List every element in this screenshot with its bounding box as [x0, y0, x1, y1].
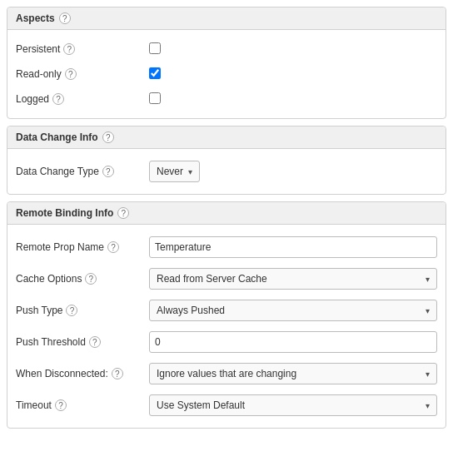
- timeout-help-icon[interactable]: ?: [55, 399, 67, 411]
- remote-binding-info-section: Remote Binding Info ? Remote Prop Name ?…: [7, 201, 446, 429]
- readonly-checkbox[interactable]: [149, 67, 161, 79]
- push-threshold-row: Push Threshold ?: [16, 326, 437, 358]
- aspects-body: Persistent ? Read-only ? Logged ?: [7, 30, 446, 118]
- timeout-row: Timeout ? Use System Default ▾: [16, 389, 437, 421]
- push-type-help-icon[interactable]: ?: [66, 305, 77, 316]
- data-change-type-label: Data Change Type ?: [16, 166, 149, 177]
- push-type-control: Always Pushed ▾: [149, 300, 437, 321]
- timeout-select-wrapper: Use System Default ▾: [149, 394, 437, 416]
- push-type-dropdown[interactable]: Always Pushed ▾: [149, 300, 437, 321]
- push-threshold-input[interactable]: [149, 331, 437, 353]
- persistent-control: [149, 42, 437, 57]
- remote-binding-info-header: Remote Binding Info ?: [7, 202, 446, 225]
- push-type-label: Push Type ?: [16, 305, 149, 316]
- logged-checkbox[interactable]: [149, 92, 161, 104]
- remote-prop-name-control: [149, 236, 437, 258]
- data-change-type-dropdown[interactable]: Never ▾: [149, 161, 200, 182]
- push-type-arrow-icon: ▾: [426, 306, 430, 315]
- remote-prop-name-row: Remote Prop Name ?: [16, 231, 437, 263]
- aspects-title: Aspects: [16, 12, 55, 24]
- timeout-dropdown[interactable]: Use System Default ▾: [149, 394, 437, 416]
- data-change-info-body: Data Change Type ? Never ▾: [7, 149, 446, 194]
- remote-prop-name-help-icon[interactable]: ?: [107, 241, 119, 253]
- remote-binding-info-title: Remote Binding Info: [16, 207, 113, 219]
- logged-help-icon[interactable]: ?: [52, 93, 64, 105]
- readonly-row: Read-only ?: [16, 62, 437, 87]
- cache-options-row: Cache Options ? Read from Server Cache ▾: [16, 263, 437, 295]
- aspects-help-icon[interactable]: ?: [59, 12, 71, 24]
- cache-options-help-icon[interactable]: ?: [85, 273, 97, 285]
- readonly-label: Read-only ?: [16, 68, 149, 80]
- data-change-type-control: Never ▾: [149, 161, 437, 182]
- data-change-info-header: Data Change Info ?: [7, 126, 446, 149]
- remote-prop-name-input[interactable]: [149, 236, 437, 258]
- data-change-type-select-wrapper: Never ▾: [149, 161, 200, 182]
- data-change-info-section: Data Change Info ? Data Change Type ? Ne…: [7, 126, 446, 195]
- cache-options-label: Cache Options ?: [16, 273, 149, 285]
- when-disconnected-row: When Disconnected: ? Ignore values that …: [16, 358, 437, 389]
- when-disconnected-dropdown[interactable]: Ignore values that are changing ▾: [149, 363, 437, 384]
- timeout-arrow-icon: ▾: [426, 401, 430, 410]
- push-threshold-label: Push Threshold ?: [16, 336, 149, 348]
- persistent-checkbox[interactable]: [149, 42, 161, 54]
- push-threshold-control: [149, 331, 437, 353]
- when-disconnected-arrow-icon: ▾: [426, 369, 430, 379]
- cache-options-dropdown[interactable]: Read from Server Cache ▾: [149, 268, 437, 290]
- readonly-help-icon[interactable]: ?: [65, 68, 77, 80]
- timeout-label: Timeout ?: [16, 399, 149, 411]
- push-type-select-wrapper: Always Pushed ▾: [149, 300, 437, 321]
- when-disconnected-label: When Disconnected: ?: [16, 368, 149, 379]
- aspects-section: Aspects ? Persistent ? Read-only ? Logge…: [7, 7, 446, 119]
- remote-binding-info-body: Remote Prop Name ? Cache Options ? Read …: [7, 225, 446, 428]
- logged-row: Logged ?: [16, 87, 437, 112]
- timeout-control: Use System Default ▾: [149, 394, 437, 416]
- readonly-control: [149, 67, 437, 82]
- logged-control: [149, 92, 437, 107]
- remote-prop-name-label: Remote Prop Name ?: [16, 241, 149, 253]
- aspects-header: Aspects ?: [7, 7, 446, 30]
- data-change-info-help-icon[interactable]: ?: [102, 131, 114, 143]
- logged-label: Logged ?: [16, 93, 149, 105]
- data-change-info-title: Data Change Info: [16, 131, 98, 143]
- push-type-row: Push Type ? Always Pushed ▾: [16, 295, 437, 326]
- data-change-type-arrow-icon: ▾: [188, 167, 192, 176]
- when-disconnected-select-wrapper: Ignore values that are changing ▾: [149, 363, 437, 384]
- remote-binding-info-help-icon[interactable]: ?: [117, 207, 129, 219]
- cache-options-arrow-icon: ▾: [426, 275, 430, 284]
- cache-options-select-wrapper: Read from Server Cache ▾: [149, 268, 437, 290]
- data-change-type-help-icon[interactable]: ?: [102, 166, 114, 177]
- persistent-row: Persistent ?: [16, 37, 437, 62]
- push-threshold-help-icon[interactable]: ?: [89, 336, 101, 348]
- when-disconnected-control: Ignore values that are changing ▾: [149, 363, 437, 384]
- when-disconnected-help-icon[interactable]: ?: [112, 368, 123, 379]
- data-change-type-row: Data Change Type ? Never ▾: [16, 156, 437, 187]
- persistent-label: Persistent ?: [16, 43, 149, 55]
- cache-options-control: Read from Server Cache ▾: [149, 268, 437, 290]
- persistent-help-icon[interactable]: ?: [63, 43, 75, 55]
